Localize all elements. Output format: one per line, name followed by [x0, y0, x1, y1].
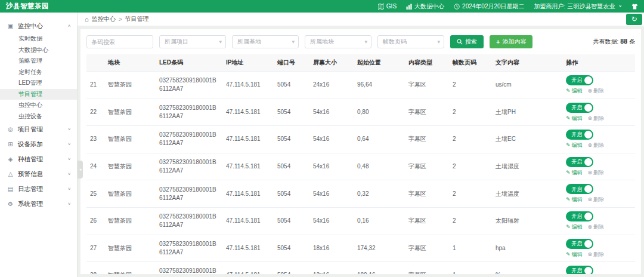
home-icon: ⌂: [85, 16, 89, 23]
filter-select[interactable]: 所属基地: [232, 35, 299, 48]
delete-button[interactable]: ⊗删除: [588, 141, 605, 149]
refresh-icon: ↻: [631, 15, 637, 23]
toggle-label: 开启: [571, 158, 582, 166]
cell-actions: 开启 ✎编辑 ⊗删除: [562, 235, 635, 262]
monitor-icon: ▣: [6, 23, 15, 29]
cell-screen-size: 54x16: [309, 207, 354, 235]
theme-button[interactable]: [631, 4, 638, 10]
delete-icon: ⊗: [588, 251, 593, 257]
edit-button[interactable]: ✎编辑: [566, 169, 583, 177]
edit-icon: ✎: [566, 196, 571, 202]
edit-button[interactable]: ✎编辑: [566, 223, 583, 231]
gis-link[interactable]: GIS: [378, 3, 397, 10]
breadcrumb-root[interactable]: 监控中心: [92, 15, 116, 23]
system-icon: ⚙: [6, 201, 15, 207]
toggle-knob-icon: [584, 158, 592, 166]
cell-frame-page: 2: [449, 180, 492, 208]
toggle-knob-icon: [584, 131, 592, 138]
edit-button[interactable]: ✎编辑: [566, 87, 583, 95]
sidebar-item[interactable]: 节目管理: [0, 89, 77, 100]
cell-ip-address: 47.114.5.181: [222, 235, 274, 262]
cell-frame-page: 2: [449, 153, 492, 180]
refresh-button[interactable]: ↻: [626, 14, 642, 25]
edit-button[interactable]: ✎编辑: [566, 196, 583, 204]
program-table: 地块LED条码IP地址端口号屏幕大小起始位置内容类型帧数页码文字内容操作 21 …: [86, 54, 635, 274]
edit-button[interactable]: ✎编辑: [566, 115, 583, 122]
delete-button[interactable]: ⊗删除: [588, 223, 605, 231]
power-toggle[interactable]: 开启: [566, 239, 593, 249]
bar-chart-icon: [406, 4, 412, 10]
sidebar-item[interactable]: LED管理: [0, 78, 77, 89]
sidebar-group[interactable]: ◈ 种植管理 ∨: [0, 152, 77, 167]
sidebar-item[interactable]: 定时任务: [0, 67, 77, 78]
column-header: IP地址: [222, 54, 274, 72]
bigdata-link[interactable]: 大数据中心: [406, 2, 444, 11]
power-toggle[interactable]: 开启: [566, 103, 593, 113]
filter-select[interactable]: 帧数页码: [377, 35, 444, 48]
sidebar-item[interactable]: 实时数据: [0, 33, 77, 45]
row-index: 23: [86, 126, 104, 153]
user-menu[interactable]: 加盟商用户: 三明沙县智慧农业 ∨: [534, 2, 622, 11]
sidebar-group[interactable]: ▤ 日志管理 ∨: [0, 181, 77, 196]
app-title: 沙县智慧茶园: [6, 2, 49, 11]
date-display: 2024年02月20日星期二: [454, 2, 525, 11]
power-toggle[interactable]: 开启: [566, 184, 593, 194]
edit-button[interactable]: ✎编辑: [566, 251, 583, 258]
cell-port: 5054: [274, 262, 309, 274]
delete-button[interactable]: ⊗删除: [588, 115, 605, 122]
sidebar-group[interactable]: ⊞ 设备添加 ∨: [0, 137, 77, 152]
cell-start-position: 0,16: [354, 207, 405, 235]
table-row: 23 智慧茶园 0327582309180001B6112AA7 47.114.…: [86, 126, 635, 153]
delete-button[interactable]: ⊗删除: [588, 87, 605, 95]
sidebar-group[interactable]: ⚙ 系统管理 ∨: [0, 196, 77, 211]
cell-text-content: %: [492, 262, 562, 274]
cell-ip-address: 47.114.5.181: [222, 99, 274, 126]
power-toggle[interactable]: 开启: [566, 266, 593, 274]
column-header: 地块: [104, 54, 156, 72]
toggle-knob-icon: [584, 267, 592, 274]
sidebar-group[interactable]: ◎ 项目管理 ∨: [0, 122, 77, 137]
cell-frame-page: 1: [449, 262, 492, 274]
cell-content-type: 字幕区: [405, 72, 449, 99]
sidebar-item[interactable]: 策略管理: [0, 56, 77, 67]
toggle-label: 开启: [571, 76, 582, 84]
cell-led-barcode: 0327582309180001B6112AA7: [156, 153, 222, 180]
sidebar-group[interactable]: △ 预警信息 ∨: [0, 167, 77, 181]
power-toggle[interactable]: 开启: [566, 211, 593, 221]
barcode-search-input[interactable]: [86, 35, 153, 48]
row-index: 26: [86, 207, 104, 235]
cell-text-content: 土壤温度: [492, 180, 562, 208]
sidebar-group[interactable]: ▣ 监控中心 ∧: [0, 19, 77, 33]
filter-toolbar: 所属项目 所属基地 所属地块 帧数页码 搜索 + 添加内容 共有数据:88条: [86, 33, 635, 54]
cell-start-position: 0,80: [354, 99, 405, 126]
cell-actions: 开启 ✎编辑 ⊗删除: [562, 126, 635, 153]
sidebar-item[interactable]: 虫控中心: [0, 100, 77, 111]
edit-icon: ✎: [566, 115, 571, 121]
breadcrumb-current: 节目管理: [125, 15, 149, 23]
delete-button[interactable]: ⊗删除: [588, 169, 605, 177]
add-content-button[interactable]: + 添加内容: [490, 35, 532, 48]
delete-icon: ⊗: [588, 88, 593, 94]
power-toggle[interactable]: 开启: [566, 157, 593, 167]
sidebar-collapse-handle[interactable]: ◂: [78, 161, 83, 178]
cell-port: 5054: [274, 153, 309, 180]
sidebar-item[interactable]: 大数据中心: [0, 45, 77, 56]
cell-frame-page: 2: [449, 207, 492, 235]
cell-actions: 开启 ✎编辑 ⊗删除: [562, 99, 635, 126]
toggle-knob-icon: [584, 76, 592, 84]
column-header: 端口号: [274, 54, 309, 72]
search-button[interactable]: 搜索: [450, 35, 484, 48]
filter-select[interactable]: 所属项目: [159, 35, 226, 48]
delete-button[interactable]: ⊗删除: [588, 251, 605, 258]
table-row: 26 智慧茶园 0327582309180001B6112AA7 47.114.…: [86, 207, 635, 235]
cell-ip-address: 47.114.5.181: [222, 72, 274, 99]
edit-button[interactable]: ✎编辑: [566, 141, 583, 149]
cell-port: 5054: [274, 126, 309, 153]
sidebar-item[interactable]: 虫控设备: [0, 111, 77, 122]
cell-content-type: 字幕区: [405, 207, 449, 235]
power-toggle[interactable]: 开启: [566, 130, 593, 140]
delete-button[interactable]: ⊗删除: [588, 196, 605, 204]
power-toggle[interactable]: 开启: [566, 75, 593, 85]
toggle-label: 开启: [571, 267, 582, 274]
filter-select[interactable]: 所属地块: [305, 35, 371, 48]
